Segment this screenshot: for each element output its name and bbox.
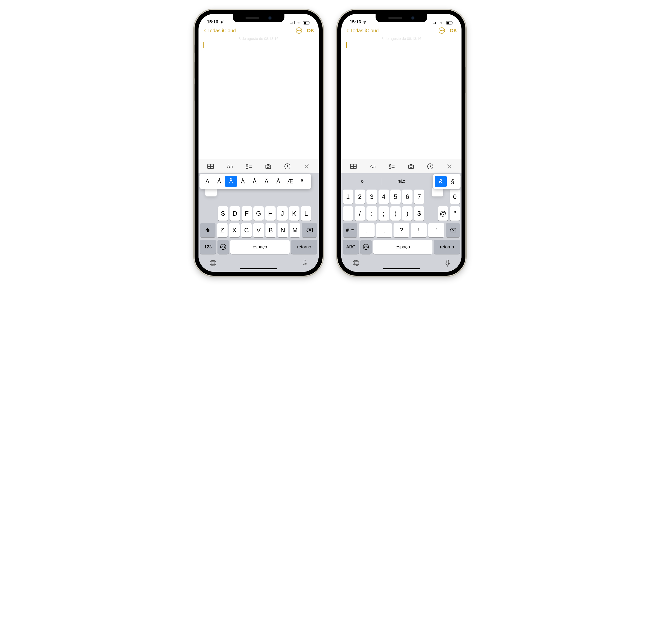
camera-icon[interactable] bbox=[262, 161, 274, 171]
camera-icon[interactable] bbox=[405, 161, 417, 171]
key[interactable]: D bbox=[229, 206, 240, 221]
key[interactable]: K bbox=[289, 206, 299, 221]
key[interactable]: 4 bbox=[379, 189, 389, 204]
suggestion[interactable]: o bbox=[343, 179, 382, 184]
checklist-icon[interactable] bbox=[243, 161, 255, 171]
back-button[interactable]: Todas iCloud bbox=[203, 28, 236, 33]
return-key[interactable]: retorno bbox=[434, 240, 460, 254]
key[interactable]: ! bbox=[411, 223, 427, 237]
svg-rect-33 bbox=[433, 23, 434, 24]
key[interactable]: - bbox=[343, 206, 353, 221]
backspace-key[interactable] bbox=[446, 223, 460, 237]
key[interactable]: : bbox=[366, 206, 377, 221]
chevron-left-icon bbox=[203, 28, 207, 33]
table-icon[interactable] bbox=[205, 161, 217, 171]
markup-icon[interactable] bbox=[424, 161, 436, 171]
note-date: 8 de agosto de 08:13:16 bbox=[203, 37, 314, 41]
key[interactable]: 6 bbox=[402, 189, 412, 204]
key[interactable]: F bbox=[242, 206, 252, 221]
emoji-key[interactable] bbox=[218, 240, 229, 254]
key[interactable]: B bbox=[266, 223, 276, 237]
key[interactable]: J bbox=[277, 206, 288, 221]
key[interactable]: M bbox=[290, 223, 300, 237]
key[interactable]: , bbox=[376, 223, 392, 237]
accent-option[interactable]: Ä bbox=[260, 176, 272, 187]
key[interactable]: X bbox=[229, 223, 240, 237]
key[interactable]: N bbox=[277, 223, 288, 237]
svg-rect-35 bbox=[435, 22, 436, 24]
home-indicator[interactable] bbox=[383, 268, 420, 269]
key[interactable]: H bbox=[265, 206, 276, 221]
accent-option-selected[interactable]: Ã bbox=[225, 176, 237, 187]
checklist-icon[interactable] bbox=[386, 161, 398, 171]
accent-popup[interactable]: A Á Ã À Â Ä Å Æ ª bbox=[200, 174, 311, 189]
shift-key[interactable] bbox=[200, 223, 215, 237]
alt-key[interactable]: #+= bbox=[343, 223, 357, 237]
key[interactable]: V bbox=[253, 223, 264, 237]
suggestion[interactable]: não bbox=[382, 179, 421, 184]
done-button[interactable]: OK bbox=[450, 28, 457, 33]
key[interactable]: ? bbox=[393, 223, 410, 237]
note-body[interactable]: 8 de agosto de 08:13:16 bbox=[199, 35, 319, 159]
key[interactable]: S bbox=[218, 206, 228, 221]
key[interactable]: @ bbox=[438, 206, 448, 221]
markup-icon[interactable] bbox=[281, 161, 293, 171]
svg-rect-7 bbox=[309, 22, 310, 24]
symbol-popup[interactable]: & § bbox=[433, 174, 460, 189]
symbol-option-selected[interactable]: & bbox=[435, 176, 447, 187]
done-button[interactable]: OK bbox=[307, 28, 314, 33]
text-format-icon[interactable]: Aa bbox=[224, 161, 236, 171]
text-cursor bbox=[203, 42, 204, 48]
key[interactable]: G bbox=[253, 206, 264, 221]
svg-rect-6 bbox=[304, 22, 306, 24]
back-button[interactable]: Todas iCloud bbox=[346, 28, 379, 33]
key[interactable]: ( bbox=[390, 206, 401, 221]
accent-option[interactable]: Å bbox=[272, 176, 284, 187]
key[interactable]: 5 bbox=[390, 189, 401, 204]
symbol-option[interactable]: § bbox=[447, 176, 459, 187]
emoji-key[interactable] bbox=[360, 240, 372, 254]
space-key[interactable]: espaço bbox=[230, 240, 290, 254]
globe-icon[interactable] bbox=[209, 259, 217, 268]
space-key[interactable]: espaço bbox=[373, 240, 432, 254]
mic-icon[interactable] bbox=[302, 259, 308, 268]
note-body[interactable]: 8 de agosto de 08:13:16 bbox=[341, 35, 461, 159]
key[interactable]: ; bbox=[379, 206, 389, 221]
key[interactable]: " bbox=[450, 206, 460, 221]
accent-option[interactable]: Â bbox=[249, 176, 260, 187]
svg-rect-36 bbox=[437, 21, 437, 24]
svg-rect-40 bbox=[452, 22, 453, 24]
key[interactable]: C bbox=[241, 223, 252, 237]
more-icon[interactable] bbox=[296, 27, 302, 34]
table-icon[interactable] bbox=[347, 161, 359, 171]
mode-key[interactable]: 123 bbox=[200, 240, 216, 254]
close-icon[interactable] bbox=[443, 161, 455, 171]
key[interactable]: Z bbox=[217, 223, 228, 237]
key[interactable]: L bbox=[301, 206, 311, 221]
home-indicator[interactable] bbox=[240, 268, 277, 269]
key[interactable]: 2 bbox=[355, 189, 365, 204]
key[interactable]: 0 bbox=[450, 189, 460, 204]
key[interactable]: . bbox=[359, 223, 375, 237]
accent-option[interactable]: A bbox=[201, 176, 213, 187]
key[interactable]: 7 bbox=[414, 189, 424, 204]
mic-icon[interactable] bbox=[445, 259, 451, 268]
accent-option[interactable]: ª bbox=[296, 176, 308, 187]
accent-option[interactable]: Á bbox=[213, 176, 225, 187]
accent-option[interactable]: Æ bbox=[284, 176, 296, 187]
text-format-icon[interactable]: Aa bbox=[367, 161, 379, 171]
key[interactable]: 1 bbox=[343, 189, 353, 204]
backspace-key[interactable] bbox=[302, 223, 317, 237]
key[interactable]: ) bbox=[402, 206, 412, 221]
svg-point-9 bbox=[297, 30, 298, 31]
return-key[interactable]: retorno bbox=[291, 240, 317, 254]
accent-option[interactable]: À bbox=[237, 176, 249, 187]
globe-icon[interactable] bbox=[352, 259, 360, 268]
more-icon[interactable] bbox=[438, 27, 445, 34]
key[interactable]: / bbox=[355, 206, 365, 221]
mode-key[interactable]: ABC bbox=[343, 240, 359, 254]
key[interactable]: ' bbox=[428, 223, 444, 237]
close-icon[interactable] bbox=[301, 161, 313, 171]
key[interactable]: $ bbox=[414, 206, 424, 221]
key[interactable]: 3 bbox=[366, 189, 377, 204]
